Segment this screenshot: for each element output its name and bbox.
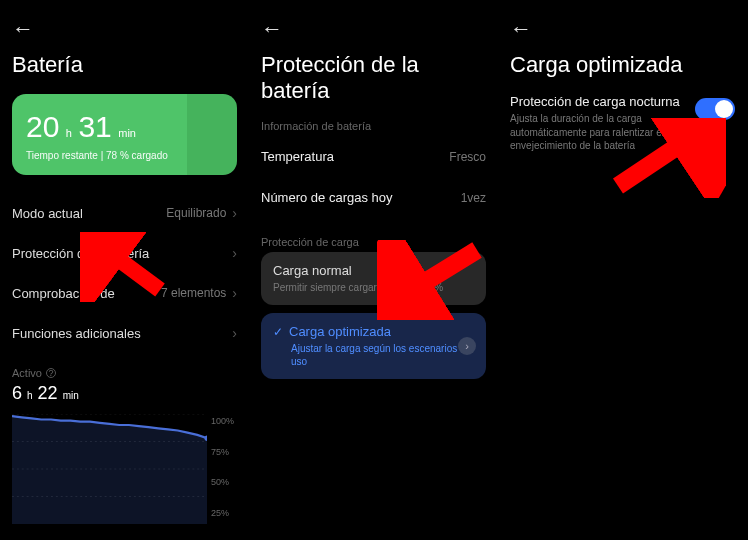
row-current-mode[interactable]: Modo actual Equilibrado ›: [12, 193, 237, 233]
page-title: Protección de la batería: [261, 52, 486, 104]
y-100: 100%: [211, 416, 237, 426]
active-mins: 22: [38, 383, 58, 403]
row-charges-today: Número de cargas hoy 1vez: [261, 177, 486, 218]
night-protection-toggle[interactable]: [695, 98, 735, 120]
option-normal-title: Carga normal: [273, 263, 474, 278]
chart-svg: [12, 414, 207, 524]
battery-summary-card[interactable]: 20 h 31 min Tiempo restante | 78 % carga…: [12, 94, 237, 175]
mins-unit: min: [118, 127, 136, 139]
page-title: Batería: [12, 52, 237, 78]
y-25: 25%: [211, 508, 237, 518]
check-icon: ✓: [273, 325, 283, 339]
page-title: Carga optimizada: [510, 52, 735, 78]
y-50: 50%: [211, 477, 237, 487]
active-hours-unit: h: [27, 390, 33, 401]
back-arrow-icon[interactable]: ←: [12, 8, 34, 46]
setting-desc: Ajusta la duración de la carga automátic…: [510, 112, 680, 153]
remaining-hours: 20: [26, 110, 59, 143]
chevron-right-icon: ›: [232, 205, 237, 221]
hours-unit: h: [66, 127, 72, 139]
charges-value: 1vez: [461, 191, 486, 205]
row-battery-check[interactable]: Comprobación de 7 elementos ›: [12, 273, 237, 313]
active-time-value: 6 h 22 min: [12, 383, 237, 404]
toggle-knob: [715, 100, 733, 118]
screen-optimized-charging: ← Carga optimizada Protección de carga n…: [498, 0, 747, 540]
chevron-right-icon[interactable]: ›: [458, 337, 476, 355]
option-charge-normal[interactable]: Carga normal Permitir siempre cargar has…: [261, 252, 486, 305]
option-charge-optimized[interactable]: ✓ Carga optimizada Ajustar la carga segú…: [261, 313, 486, 379]
protection-label: Protección de la batería: [12, 246, 149, 261]
active-label: Activo: [12, 367, 42, 379]
temperature-label: Temperatura: [261, 149, 334, 164]
option-optimized-sub: Ajustar la carga según los escenarios de…: [291, 342, 474, 368]
screen-battery-protection: ← Protección de la batería Información d…: [249, 0, 498, 540]
chevron-right-icon: ›: [232, 285, 237, 301]
remaining-mins: 31: [78, 110, 111, 143]
remaining-time: 20 h 31 min: [26, 110, 223, 144]
y-75: 75%: [211, 447, 237, 457]
active-hours: 6: [12, 383, 22, 403]
charges-label: Número de cargas hoy: [261, 190, 393, 205]
active-mins-unit: min: [63, 390, 79, 401]
chevron-right-icon: ›: [232, 325, 237, 341]
battery-usage-chart: 100% 75% 50% 25%: [12, 414, 237, 524]
back-arrow-icon[interactable]: ←: [510, 8, 532, 46]
chart-y-labels: 100% 75% 50% 25%: [207, 414, 237, 524]
back-arrow-icon[interactable]: ←: [261, 8, 283, 46]
check-value: 7 elementos: [161, 286, 226, 300]
extras-label: Funciones adicionales: [12, 326, 141, 341]
info-icon: ?: [46, 368, 56, 378]
screen-battery: ← Batería 20 h 31 min Tiempo restante | …: [0, 0, 249, 540]
option-normal-sub: Permitir siempre cargar hasta el 100%: [273, 281, 474, 294]
check-label: Comprobación de: [12, 286, 115, 301]
row-battery-protection[interactable]: Protección de la batería ›: [12, 233, 237, 273]
temperature-value: Fresco: [449, 150, 486, 164]
row-additional-functions[interactable]: Funciones adicionales ›: [12, 313, 237, 353]
mode-value: Equilibrado: [166, 206, 226, 220]
battery-subtitle: Tiempo restante | 78 % cargado: [26, 150, 223, 161]
option-optimized-title: Carga optimizada: [289, 324, 391, 339]
mode-label: Modo actual: [12, 206, 83, 221]
chevron-right-icon: ›: [232, 245, 237, 261]
active-section-label: Activo ?: [12, 367, 237, 379]
row-temperature: Temperatura Fresco: [261, 136, 486, 177]
protect-section-label: Protección de carga: [261, 236, 486, 248]
info-section-label: Información de batería: [261, 120, 486, 132]
